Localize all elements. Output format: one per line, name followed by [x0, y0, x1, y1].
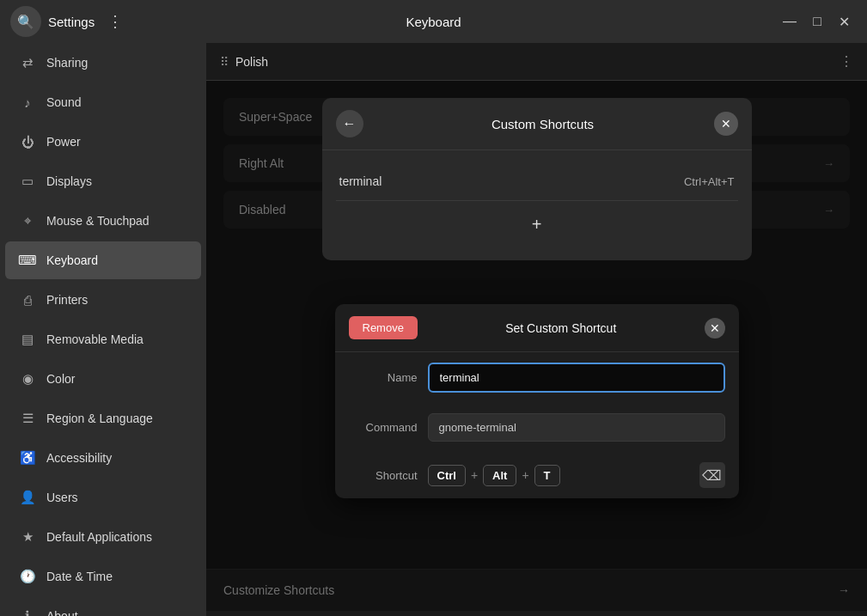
- sidebar-item-date-time[interactable]: 🕐 Date & Time: [5, 558, 201, 595]
- about-icon: ℹ: [19, 607, 36, 616]
- sidebar-label-date-time: Date & Time: [46, 570, 113, 583]
- plus-2: +: [522, 468, 528, 482]
- sidebar-item-removable[interactable]: ▤ Removable Media: [5, 320, 201, 358]
- custom-shortcuts-close-button[interactable]: ✕: [714, 112, 738, 136]
- window-title-text: Keyboard: [406, 15, 461, 29]
- close-button[interactable]: ✕: [833, 9, 857, 34]
- name-label: Name: [349, 371, 418, 384]
- back-icon: ←: [343, 116, 357, 131]
- sidebar-item-sharing[interactable]: ⇄ Sharing: [5, 44, 201, 82]
- region-icon: ☰: [19, 410, 36, 427]
- sidebar-label-default-apps: Default Applications: [46, 530, 152, 544]
- sidebar-item-power[interactable]: ⏻ Power: [5, 123, 201, 161]
- shortcut-row: Shortcut Ctrl + Alt + T ⌫: [335, 452, 739, 498]
- accessibility-icon: ♿: [19, 449, 36, 467]
- shortcut-label: Shortcut: [349, 469, 418, 482]
- command-label: Command: [349, 421, 418, 434]
- minimize-icon: —: [783, 14, 797, 29]
- set-shortcut-modal: Remove Set Custom Shortcut ✕ Name: [335, 304, 739, 498]
- right-panel: ⠿ Polish ⋮ Super+Space Right Alt →: [206, 43, 867, 616]
- sidebar-item-users[interactable]: 👤 Users: [5, 479, 201, 516]
- main-content: ⇄ Sharing ♪ Sound ⏻ Power ▭ Displays ⌖ M…: [0, 43, 867, 616]
- app-title: Settings: [48, 15, 95, 29]
- printers-icon: ⎙: [19, 291, 36, 308]
- panel-topbar: ⠿ Polish ⋮: [206, 43, 867, 81]
- add-shortcut-button[interactable]: +: [336, 201, 738, 248]
- close-icon: ✕: [721, 117, 731, 131]
- back-button[interactable]: ←: [336, 110, 363, 137]
- grip-icon: ⠿: [220, 55, 229, 69]
- sidebar-label-displays: Displays: [46, 174, 92, 188]
- sidebar-item-accessibility[interactable]: ♿ Accessibility: [5, 439, 201, 477]
- removable-icon: ▤: [19, 331, 36, 348]
- maximize-button[interactable]: □: [805, 9, 829, 34]
- sidebar-label-accessibility: Accessibility: [46, 451, 112, 465]
- keyboard-icon: ⌨: [19, 252, 36, 269]
- custom-shortcuts-panel: ← Custom Shortcuts ✕ terminal Ctrl+Alt: [322, 98, 752, 260]
- maximize-icon: □: [813, 14, 821, 29]
- color-icon: ◉: [19, 370, 36, 387]
- sidebar-item-about[interactable]: ℹ About: [5, 597, 201, 616]
- users-icon: 👤: [19, 489, 36, 506]
- sidebar-item-printers[interactable]: ⎙ Printers: [5, 281, 201, 319]
- sidebar-label-color: Color: [46, 372, 75, 386]
- command-input[interactable]: [428, 413, 725, 442]
- remove-button[interactable]: Remove: [349, 316, 418, 339]
- panel-topbar-title: Polish: [235, 55, 268, 69]
- sidebar-label-printers: Printers: [46, 293, 88, 307]
- command-row: Command: [335, 403, 739, 452]
- add-icon: +: [532, 215, 542, 235]
- sidebar-item-displays[interactable]: ▭ Displays: [5, 162, 201, 200]
- sidebar-label-users: Users: [46, 491, 78, 504]
- close-icon: ✕: [710, 321, 720, 335]
- sidebar-label-sharing: Sharing: [46, 56, 88, 70]
- sharing-icon: ⇄: [19, 54, 36, 71]
- custom-shortcuts-header: ← Custom Shortcuts ✕: [322, 98, 752, 150]
- name-row: Name: [335, 352, 739, 403]
- shortcut-keys: Ctrl+Alt+T: [684, 175, 735, 188]
- app-menu-button[interactable]: ⋮: [101, 8, 129, 35]
- date-time-icon: 🕐: [19, 568, 36, 585]
- sidebar-label-sound: Sound: [46, 95, 81, 109]
- sidebar-label-keyboard: Keyboard: [46, 253, 98, 267]
- shortcut-name: terminal: [339, 174, 382, 188]
- minimize-button[interactable]: —: [778, 9, 802, 34]
- close-icon: ✕: [839, 14, 850, 30]
- alt-key: Alt: [483, 465, 516, 486]
- power-icon: ⏻: [19, 133, 36, 150]
- sidebar-item-default-apps[interactable]: ★ Default Applications: [5, 518, 201, 556]
- shortcut-list: terminal Ctrl+Alt+T +: [322, 150, 752, 260]
- panel-topbar-menu-icon[interactable]: ⋮: [840, 53, 853, 70]
- sidebar-label-power: Power: [46, 135, 81, 149]
- ctrl-key: Ctrl: [428, 465, 466, 486]
- sidebar-item-color[interactable]: ◉ Color: [5, 360, 201, 398]
- default-apps-icon: ★: [19, 528, 36, 546]
- window-title: Keyboard: [292, 15, 574, 29]
- sidebar-label-about: About: [46, 609, 78, 616]
- backspace-icon: ⌫: [702, 467, 722, 484]
- sound-icon: ♪: [19, 94, 36, 111]
- sidebar-item-region[interactable]: ☰ Region & Language: [5, 399, 201, 437]
- sidebar-item-mouse[interactable]: ⌖ Mouse & Touchpad: [5, 202, 201, 240]
- modal-backdrop: ← Custom Shortcuts ✕ terminal Ctrl+Alt: [206, 81, 867, 611]
- set-shortcut-title: Set Custom Shortcut: [418, 321, 705, 335]
- search-icon: 🔍: [17, 14, 34, 30]
- set-shortcut-close-button[interactable]: ✕: [705, 318, 725, 338]
- titlebar-right: — □ ✕: [575, 9, 857, 34]
- sidebar-item-keyboard[interactable]: ⌨ Keyboard: [5, 241, 201, 279]
- sidebar-item-sound[interactable]: ♪ Sound: [5, 83, 201, 121]
- sidebar-label-mouse: Mouse & Touchpad: [46, 214, 150, 228]
- search-button[interactable]: 🔍: [10, 6, 41, 37]
- shortcut-display: Ctrl + Alt + T ⌫: [428, 462, 725, 488]
- content-area: Super+Space Right Alt → Disabled →: [206, 81, 867, 611]
- set-shortcut-header: Remove Set Custom Shortcut ✕: [335, 304, 739, 352]
- shortcut-item-terminal[interactable]: terminal Ctrl+Alt+T: [336, 162, 738, 201]
- name-input[interactable]: [428, 363, 725, 393]
- custom-shortcuts-title: Custom Shortcuts: [372, 117, 714, 131]
- displays-icon: ▭: [19, 173, 36, 190]
- app-window: 🔍 Settings ⋮ Keyboard — □ ✕ ⇄: [0, 0, 867, 616]
- mouse-icon: ⌖: [19, 212, 36, 229]
- titlebar: 🔍 Settings ⋮ Keyboard — □ ✕: [0, 0, 867, 43]
- sidebar-label-region: Region & Language: [46, 412, 153, 425]
- backspace-button[interactable]: ⌫: [699, 462, 725, 488]
